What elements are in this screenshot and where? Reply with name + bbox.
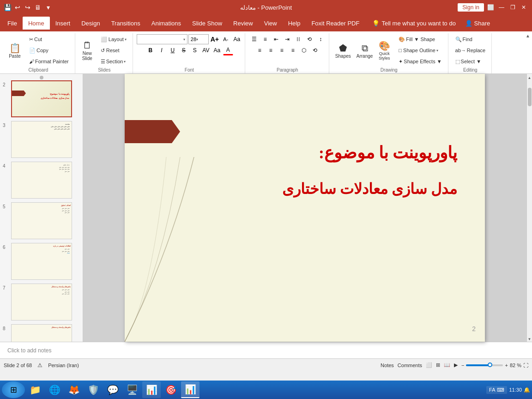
- notes-status-button[interactable]: Notes: [381, 363, 394, 368]
- menu-foxit[interactable]: Foxit Reader PDF: [306, 17, 365, 30]
- zoom-level-label[interactable]: 82 %: [510, 363, 521, 368]
- undo-icon[interactable]: ↩: [14, 4, 21, 11]
- close-button[interactable]: ✕: [519, 3, 528, 12]
- maximize-button[interactable]: ❐: [508, 3, 517, 12]
- menu-transitions[interactable]: Transitions: [106, 17, 146, 30]
- minimize-button[interactable]: —: [497, 3, 506, 12]
- taskbar-excel[interactable]: 📊: [142, 381, 161, 398]
- smartart-button[interactable]: ⬡: [299, 45, 309, 55]
- customize-icon[interactable]: ▾: [44, 4, 52, 11]
- taskbar-powerpoint[interactable]: 📊: [181, 381, 200, 398]
- tell-me-box[interactable]: 💡 Tell me what you want to do: [372, 20, 455, 27]
- scroll-handle[interactable]: [528, 88, 532, 106]
- slide-thumb-2[interactable]: 2 پاورپوینت با موضوع: مدل سازی معادلات س…: [2, 79, 81, 118]
- menu-file[interactable]: File: [2, 17, 23, 30]
- select-button[interactable]: ⬚ Select ▼: [452, 56, 489, 66]
- slide-thumb-4[interactable]: 4 مدل سازیمتن متن متن متنمتن متن متن متن…: [2, 161, 81, 200]
- reading-view-button[interactable]: 📖: [444, 362, 450, 368]
- text-shadow-button[interactable]: S: [190, 45, 200, 55]
- zoom-track[interactable]: [466, 364, 503, 366]
- slide-error-icon[interactable]: ⚠: [37, 362, 42, 369]
- align-left-button[interactable]: ≡: [254, 45, 265, 55]
- scroll-up[interactable]: [40, 76, 43, 79]
- clock[interactable]: 11:30: [509, 387, 522, 393]
- menu-slideshow[interactable]: Slide Show: [187, 17, 228, 30]
- menu-insert[interactable]: Insert: [50, 17, 76, 30]
- presentation-icon[interactable]: 🖥: [34, 4, 42, 11]
- shape-outline-button[interactable]: □ Shape Outline ▾: [395, 45, 445, 55]
- decrease-font-button[interactable]: A-: [221, 34, 231, 44]
- zoom-thumb[interactable]: [488, 363, 492, 367]
- taskbar-security[interactable]: 🛡️: [84, 381, 103, 398]
- slide-thumb-3[interactable]: 3 مقدمهمتن متن متن متن متن متنمتن متن مت…: [2, 120, 81, 159]
- find-button[interactable]: 🔍 Find: [452, 34, 489, 44]
- copy-button[interactable]: 📄 Copy: [26, 45, 72, 55]
- font-name-dropdown[interactable]: ▾: [137, 34, 187, 44]
- increase-indent-button[interactable]: ⇥: [282, 34, 292, 44]
- slide-thumb-8[interactable]: 8 متغیرهای وابسته و مستقل: [2, 323, 81, 342]
- zoom-in-button[interactable]: +: [505, 363, 508, 368]
- slide-sorter-button[interactable]: ⊞: [436, 362, 440, 368]
- font-color-button[interactable]: A: [223, 45, 233, 55]
- replace-button[interactable]: ab→ Replace: [452, 45, 489, 55]
- font-size-dropdown[interactable]: 28 ▾: [188, 34, 209, 44]
- shape-effects-button[interactable]: ✦ Shape Effects ▼: [395, 56, 445, 66]
- notes-area[interactable]: Click to add notes: [0, 342, 532, 358]
- paste-button[interactable]: 📋 Paste: [5, 41, 25, 60]
- menu-design[interactable]: Design: [76, 17, 105, 30]
- scroll-bottom-arrow[interactable]: ▼: [528, 336, 532, 342]
- zoom-slider[interactable]: − + 82 % ⛶: [461, 363, 528, 368]
- taskbar-chrome[interactable]: 🌐: [45, 381, 64, 398]
- slide-thumb-7[interactable]: 7 متغیرهای وابسته و مستقل متن متن متنمتن…: [2, 283, 81, 321]
- taskbar-monitor[interactable]: 🖥️: [123, 381, 141, 398]
- align-right-button[interactable]: ≡: [277, 45, 287, 55]
- strikethrough-button[interactable]: S: [179, 45, 189, 55]
- reset-button[interactable]: ↺ Reset: [97, 45, 130, 55]
- save-icon[interactable]: 💾: [4, 4, 11, 11]
- taskbar-chat[interactable]: 💬: [103, 381, 122, 398]
- start-button[interactable]: ⊞: [2, 381, 25, 398]
- quick-styles-button[interactable]: 🎨 Quick Styles: [376, 39, 393, 62]
- slide-canvas[interactable]: پاورپوینت با موضوع: مدل سازی معادلات ساخ…: [125, 74, 485, 342]
- font-size-alt-button[interactable]: Aa: [212, 45, 222, 55]
- underline-button[interactable]: U: [168, 45, 178, 55]
- restore-button[interactable]: ⬜: [486, 3, 495, 12]
- share-button[interactable]: 👤 Share: [459, 18, 496, 29]
- slide-sub-text[interactable]: مدل سازی معادلات ساختاری: [282, 180, 457, 198]
- clear-format-button[interactable]: Aa: [232, 34, 242, 44]
- slide-main-text[interactable]: پاورپوینت با موضوع:: [319, 143, 457, 163]
- format-painter-button[interactable]: 🖌 Format Painter: [26, 56, 72, 66]
- slideshow-button[interactable]: ▶: [454, 362, 458, 368]
- fit-window-button[interactable]: ⛶: [523, 363, 528, 368]
- shapes-button[interactable]: ⬟ Shapes: [333, 41, 353, 60]
- numbering-button[interactable]: ≡: [260, 34, 270, 44]
- character-spacing-button[interactable]: AV: [201, 45, 211, 55]
- notification-button[interactable]: 🔔: [524, 387, 530, 393]
- bullets-button[interactable]: ☰: [249, 34, 259, 44]
- taskbar-target[interactable]: 🎯: [162, 381, 180, 398]
- sign-in-button[interactable]: Sign in: [458, 3, 484, 12]
- justify-button[interactable]: ≡: [288, 45, 298, 55]
- decrease-indent-button[interactable]: ⇤: [271, 34, 281, 44]
- arrange-button[interactable]: ⧉ Arrange: [354, 41, 375, 60]
- menu-animations[interactable]: Animations: [146, 17, 187, 30]
- text-direction-button[interactable]: ⟲: [304, 34, 314, 44]
- redo-icon[interactable]: ↪: [24, 4, 31, 11]
- slide-thumb-5[interactable]: 5 اهداف تحقیق متن متن متنمتن متن متنمتن …: [2, 201, 81, 240]
- taskbar-firefox[interactable]: 🦊: [65, 381, 83, 398]
- scroll-top-arrow[interactable]: ▲: [528, 75, 532, 80]
- increase-font-button[interactable]: A+: [210, 34, 220, 44]
- menu-view[interactable]: View: [259, 17, 283, 30]
- columns-button[interactable]: ⁞⁞: [293, 34, 303, 44]
- taskbar-explorer[interactable]: 📁: [26, 381, 44, 398]
- vertical-scrollbar[interactable]: ▲ ▼: [526, 74, 532, 342]
- bold-button[interactable]: B: [145, 45, 156, 55]
- align-center-button[interactable]: ≡: [266, 45, 276, 55]
- convert-button[interactable]: ⟲: [310, 45, 320, 55]
- new-slide-button[interactable]: 🗒 New Slide: [79, 38, 96, 62]
- shape-fill-button[interactable]: 🎨 Fill ▼ Shape: [395, 34, 445, 44]
- language-switcher[interactable]: FA ⌨: [486, 386, 507, 394]
- section-button[interactable]: ☰ Section ▾: [97, 56, 130, 66]
- ribbon-collapse-button[interactable]: ▲: [524, 31, 532, 40]
- slide-thumb-6[interactable]: 6 اطلاعات توصیفی در باره متن متنمتن متن …: [2, 242, 81, 281]
